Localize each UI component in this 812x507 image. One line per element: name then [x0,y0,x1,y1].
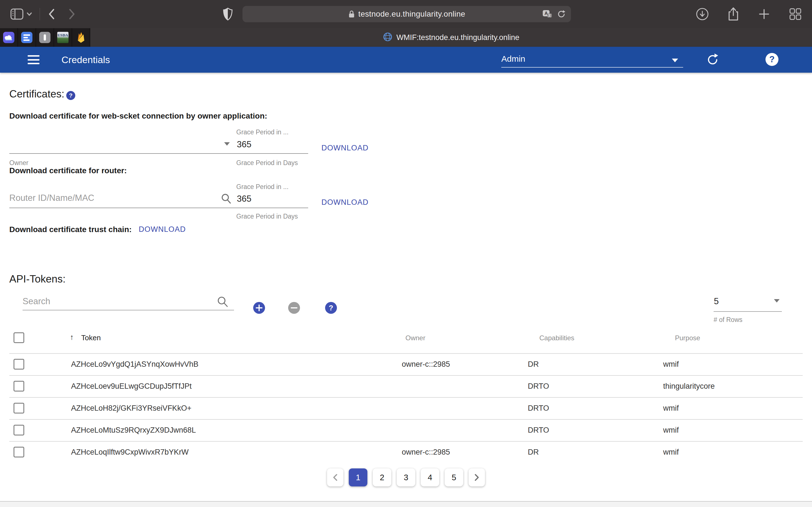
screen: testnode.eu.thingularity.online A 文 [0,0,812,507]
owner-grace-underline [9,153,308,154]
row-checkbox[interactable] [13,381,24,392]
websocket-download-link[interactable]: DOWNLOAD [321,144,368,152]
grace-days-label-router: Grace Period in Days [236,213,298,220]
router-grace-underline [9,208,308,208]
router-id-input[interactable] [9,193,212,203]
table-row[interactable]: AZHceLoev9uELwgGCDupJ5fTfJPtDRTOthingula… [0,375,812,397]
privacy-shield-icon[interactable] [223,7,233,21]
firebase-flame-icon [75,32,87,43]
tab-strip: USDA WMIF:testn [0,28,812,47]
column-header-owner[interactable]: Owner [405,334,425,342]
active-tab[interactable]: WMIF:testnode.eu.thingularity.online [90,28,812,47]
chevron-down-icon [27,12,32,16]
share-button[interactable] [727,7,739,21]
tokens-help-button[interactable]: ? [325,302,337,314]
cell-capabilities: DR [528,448,539,457]
rows-select-label: # of Rows [714,316,742,324]
sidebar-toggle-icon[interactable] [10,8,32,20]
page-button-5[interactable]: 5 [445,468,463,487]
table-row[interactable]: AZHceLoH82j/GKFi3YRseiVFKkO+DRTOwmif [0,397,812,419]
pagination: 12345 [0,468,812,487]
page-button-3[interactable]: 3 [397,468,415,487]
table-row[interactable]: AZHceLoqIlftw9CxpWivxR7bYKrWowner-c::298… [0,441,812,463]
row-checkbox[interactable] [13,425,24,436]
page-button-4[interactable]: 4 [421,468,439,487]
websocket-cert-label: Download certificate for web-scket conne… [9,112,267,121]
pinned-tab-pill[interactable] [36,28,54,47]
next-page-button[interactable] [469,468,485,487]
search-icon [216,296,229,309]
rows-select-caret[interactable] [774,299,779,302]
remove-token-button[interactable] [288,302,300,314]
app-header: Credentials Admin ? [0,47,812,73]
refresh-button[interactable] [706,53,719,68]
grace-period-value-ws[interactable]: 365 [237,139,252,150]
cell-purpose: wmif [663,426,679,435]
globe-favicon [383,32,393,43]
menu-icon[interactable] [28,54,40,65]
column-header-token[interactable]: Token [81,334,101,342]
rows-select-underline [714,311,782,312]
api-tokens-heading: API-Tokens: [9,273,65,285]
cell-purpose: wmif [663,404,679,413]
token-search-input[interactable] [22,296,203,306]
url-text: testnode.eu.thingularity.online [358,10,465,18]
role-select-value: Admin [501,54,525,64]
tab-overview-button[interactable] [789,8,802,20]
new-tab-button[interactable] [758,8,770,20]
row-checkbox[interactable] [13,447,24,457]
cell-capabilities: DR [528,360,539,369]
forward-button[interactable] [68,8,76,20]
owner-select-caret[interactable] [224,142,230,146]
back-button[interactable] [47,8,56,20]
add-token-button[interactable] [253,302,265,314]
rows-select-value[interactable]: 5 [714,296,719,306]
address-bar[interactable]: testnode.eu.thingularity.online A 文 [243,6,571,22]
table-row[interactable]: AZHceLo9vYgdQ1jASYnqXowHvVhBowner-c::298… [0,353,812,375]
column-header-capabilities[interactable]: Capabilities [539,334,574,342]
translate-icon[interactable]: A 文 [542,10,552,18]
document-list-icon [21,32,33,43]
page-button-1[interactable]: 1 [349,468,367,487]
cell-token: AZHceLo9vYgdQ1jASYnqXowHvVhB [71,360,199,369]
cell-capabilities: DRTO [528,382,549,391]
grace-period-value-router[interactable]: 365 [237,194,252,204]
router-search-icon[interactable] [220,193,232,205]
row-divider [9,375,803,376]
role-select[interactable]: Admin [501,51,683,68]
column-header-purpose[interactable]: Purpose [675,334,700,342]
row-checkbox[interactable] [13,359,24,370]
chevron-down-icon [672,59,678,62]
router-download-link[interactable]: DOWNLOAD [321,198,368,207]
cell-owner: owner-c::2985 [402,360,450,369]
table-row[interactable]: AZHceLoMtuSz9RQrxyZX9DJwn68LDRTOwmif [0,419,812,441]
select-all-checkbox[interactable] [13,332,24,343]
help-button[interactable]: ? [765,53,778,66]
pinned-tab-cloud[interactable] [0,28,18,47]
page-reload-icon[interactable] [557,10,566,18]
owner-helper-label: Owner [9,159,29,167]
row-checkbox[interactable] [13,403,24,413]
pinned-tab-usda[interactable]: USDA [54,28,72,47]
trust-chain-label: Download certificate trust chain: [9,225,132,234]
cell-capabilities: DRTO [528,426,549,435]
role-select-underline [501,67,683,68]
lock-icon [348,10,355,18]
cell-token: AZHceLoH82j/GKFi3YRseiVFKkO+ [71,404,192,413]
grace-days-label-ws: Grace Period in Days [236,159,298,167]
pinned-tab-firebase[interactable] [72,28,90,47]
trust-chain-download-link[interactable]: DOWNLOAD [139,225,186,234]
vertical-bar-icon [39,32,50,43]
cell-token: AZHceLoev9uELwgGCDupJ5fTfJPt [71,382,192,391]
sort-ascending-icon[interactable]: ↑ [70,333,74,342]
downloads-button[interactable] [696,8,709,20]
page-title: Credentials [61,54,110,65]
page-button-2[interactable]: 2 [373,468,391,487]
cloud-icon [3,32,14,43]
certificates-help-icon[interactable]: ? [66,91,75,100]
pinned-tab-docs[interactable] [18,28,36,47]
router-cert-label: Download certificate for router: [9,166,127,175]
previous-page-button[interactable] [327,468,343,487]
cell-purpose: thingularitycore [663,382,715,391]
cell-token: AZHceLoMtuSz9RQrxyZX9DJwn68L [71,426,196,435]
